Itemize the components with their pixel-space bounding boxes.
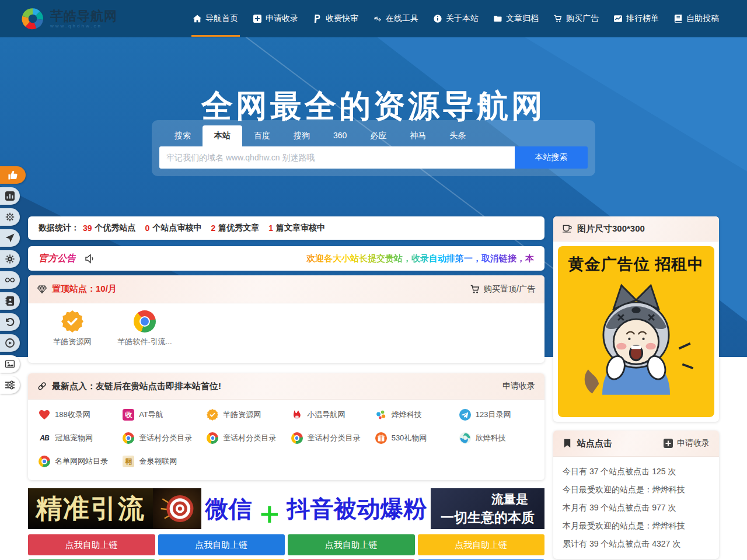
nav-item-7[interactable]: 排行榜单 bbox=[606, 0, 666, 37]
banner-slogan-line1: 流量是 bbox=[431, 491, 544, 508]
nav-menu: 导航首页申请收录收费快审在线工具关于本站文章归档购买广告排行榜单自助投稿 bbox=[186, 0, 727, 37]
banner-ad-slogan[interactable]: 流量是 一切生意的本质 bbox=[431, 488, 544, 529]
site-link[interactable]: 童话村分类目录 bbox=[287, 426, 371, 450]
banner-ad-wechat-douyin[interactable]: 微信 ＋ 抖音被动爆粉 bbox=[201, 488, 431, 529]
undo-icon bbox=[5, 317, 15, 327]
nav-item-label: 在线工具 bbox=[386, 13, 418, 24]
ad-card-title-wrap: 图片尺寸300*300 bbox=[563, 223, 645, 235]
buy-pin-ad-link[interactable]: 购买置顶/广告 bbox=[470, 284, 535, 295]
announcement-text: 欢迎各大小站长提交贵站，收录自动排第一，取消链接，本 bbox=[306, 253, 534, 264]
logo-pinwheel-icon bbox=[20, 6, 45, 31]
gears-icon bbox=[374, 15, 382, 23]
nav-item-3[interactable]: 在线工具 bbox=[366, 0, 426, 37]
search-tab-0[interactable]: 搜索 bbox=[163, 125, 203, 146]
search-tab-5[interactable]: 必应 bbox=[358, 125, 398, 146]
site-link-label: 冠旭宠物网 bbox=[55, 433, 93, 443]
site-clicks-card: 站点点击 申请收录 今日有 37 个站点被点击 125 次今日最受欢迎的站点是：… bbox=[553, 430, 719, 559]
announcement-bar: 官方公告 欢迎各大小站长提交贵站，收录自动排第一，取消链接，本 bbox=[28, 246, 544, 271]
chrome-icon bbox=[123, 432, 134, 444]
dock-sliders-button[interactable] bbox=[0, 376, 20, 394]
nav-item-5[interactable]: 文章归档 bbox=[486, 0, 546, 37]
site-link[interactable]: 芊皓资源网 bbox=[202, 403, 286, 426]
folder-icon bbox=[494, 15, 502, 23]
gold-ad-slot[interactable]: 黄金广告位 招租中 bbox=[558, 246, 714, 417]
site-link[interactable]: 童话村分类目录 bbox=[202, 426, 286, 450]
self-link-button-2[interactable]: 点我自助上链 bbox=[288, 534, 415, 555]
nav-item-8[interactable]: 自助投稿 bbox=[666, 0, 727, 37]
banner-slogan-line2: 一切生意的本质 bbox=[431, 509, 544, 527]
paypal-icon bbox=[313, 15, 322, 23]
site-link[interactable]: 530礼物网 bbox=[371, 426, 455, 450]
self-link-button-0[interactable]: 点我自助上链 bbox=[28, 534, 155, 555]
ad-card-title: 图片尺寸300*300 bbox=[577, 223, 645, 235]
search-tab-7[interactable]: 头条 bbox=[438, 125, 477, 146]
dock-image-button[interactable] bbox=[0, 355, 20, 373]
gold-ad-text: 黄金广告位 招租中 bbox=[558, 254, 714, 275]
pinned-sites-card: 置顶站点：10/月 购买置顶/广告 芊皓资源网芊皓软件-引流... bbox=[28, 275, 544, 363]
banner-ad-target[interactable] bbox=[153, 488, 201, 529]
search-tab-1[interactable]: 本站 bbox=[203, 125, 242, 146]
site-link[interactable]: 欣烨科技 bbox=[455, 426, 539, 450]
self-link-button-3[interactable]: 点我自助上链 bbox=[418, 534, 545, 555]
nav-item-0[interactable]: 导航首页 bbox=[186, 0, 246, 37]
nav-item-6[interactable]: 购买广告 bbox=[546, 0, 606, 37]
search-tab-6[interactable]: 神马 bbox=[398, 125, 438, 146]
dock-thumbs-up-button[interactable] bbox=[0, 166, 26, 184]
site-link[interactable]: 烨烨科技 bbox=[371, 403, 455, 426]
site-link-label: 烨烨科技 bbox=[392, 410, 422, 420]
nav-item-label: 排行榜单 bbox=[626, 13, 659, 24]
site-link[interactable]: 123目录网 bbox=[455, 403, 539, 426]
badge-check-icon bbox=[61, 310, 83, 332]
dock-gear-button[interactable] bbox=[0, 250, 20, 268]
apply-listing-link[interactable]: 申请收录 bbox=[502, 381, 535, 391]
dock-undo-button[interactable] bbox=[0, 313, 20, 331]
pinned-site[interactable]: 芊皓资源网 bbox=[36, 310, 109, 363]
site-link-label: 123目录网 bbox=[476, 410, 511, 420]
nav-item-4[interactable]: 关于本站 bbox=[426, 0, 486, 37]
site-logo[interactable]: 芊皓导航网 www.qhdhw.cn bbox=[20, 0, 117, 37]
search-button[interactable]: 本站搜索 bbox=[515, 146, 588, 169]
chart-icon bbox=[614, 15, 622, 23]
apply-listing-label: 申请收录 bbox=[677, 438, 710, 449]
site-link[interactable]: 收AT导航 bbox=[118, 403, 202, 426]
search-input[interactable] bbox=[159, 146, 515, 169]
site-link[interactable]: 名单网网站目录 bbox=[34, 450, 118, 473]
site-link-label: 童话村分类目录 bbox=[139, 433, 192, 443]
dock-location-arrow-button[interactable] bbox=[0, 229, 20, 247]
site-link[interactable]: 小温导航网 bbox=[287, 403, 371, 426]
nav-item-1[interactable]: 申请收录 bbox=[246, 0, 306, 37]
ad-card-header: 图片尺寸300*300 bbox=[553, 216, 719, 242]
home-icon bbox=[193, 15, 201, 23]
banner-ad-traffic[interactable]: 精准引流 bbox=[28, 488, 153, 529]
swirl-icon bbox=[459, 432, 471, 444]
dock-gear-outline-button[interactable] bbox=[0, 208, 20, 226]
search-tab-3[interactable]: 搜狗 bbox=[282, 125, 322, 146]
dartboard-icon bbox=[159, 491, 196, 527]
self-link-button-1[interactable]: 点我自助上链 bbox=[158, 534, 285, 555]
gem-icon bbox=[37, 285, 47, 294]
click-stat-line: 累计有 39 个站点被点击 4327 次 bbox=[563, 535, 710, 553]
stats-bar: 数据统计：39个优秀站点0个站点审核中2篇优秀文章1篇文章审核中 bbox=[28, 216, 544, 240]
ad-size-card: 图片尺寸300*300 黄金广告位 招租中 bbox=[553, 216, 719, 422]
nav-item-label: 申请收录 bbox=[266, 13, 298, 24]
site-link[interactable]: 翱金泉翱联网 bbox=[118, 450, 202, 473]
site-link[interactable]: 188收录网 bbox=[34, 403, 118, 426]
search-engine-tabs: 搜索本站百度搜狗360必应神马头条 bbox=[163, 125, 588, 146]
site-link[interactable]: AB冠旭宠物网 bbox=[34, 426, 118, 450]
nav-item-2[interactable]: 收费快审 bbox=[306, 0, 366, 37]
search-tab-2[interactable]: 百度 bbox=[242, 125, 282, 146]
left-dock bbox=[0, 166, 26, 394]
dock-infinity-button[interactable] bbox=[0, 271, 20, 289]
dock-bar-chart-button[interactable] bbox=[0, 187, 20, 205]
logo-subtitle: www.qhdhw.cn bbox=[50, 23, 117, 29]
dock-play-circle-button[interactable] bbox=[0, 334, 20, 352]
search-tab-4[interactable]: 360 bbox=[322, 125, 358, 146]
apply-listing-link-2[interactable]: 申请收录 bbox=[664, 438, 710, 449]
site-link[interactable]: 童话村分类目录 bbox=[118, 426, 202, 450]
pinned-site[interactable]: 芊皓软件-引流... bbox=[109, 310, 181, 363]
nav-item-label: 购买广告 bbox=[566, 13, 599, 24]
shou-badge-icon: 收 bbox=[123, 409, 134, 421]
dock-address-book-button[interactable] bbox=[0, 292, 20, 310]
location-arrow-icon bbox=[5, 233, 15, 243]
stat-text: 个站点审核中 bbox=[152, 223, 201, 233]
